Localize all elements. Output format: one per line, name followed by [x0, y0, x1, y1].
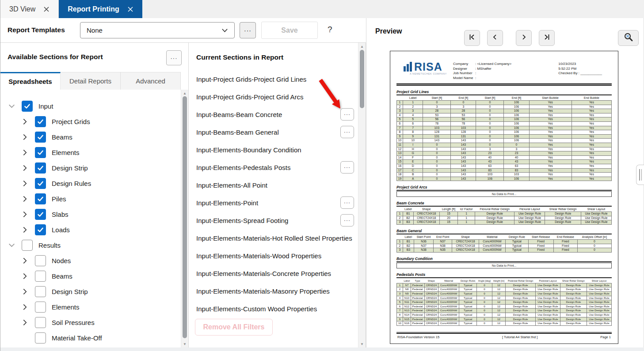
window-tab-report-printing[interactable]: Report Printing [59, 0, 142, 18]
section-row[interactable]: Input-Elements-Materials-Wood Properties [189, 247, 358, 264]
ellipsis-icon: ··· [171, 55, 178, 61]
section-row[interactable]: Input-Elements-Point··· [189, 194, 358, 211]
tree-item-label: Beams [52, 272, 72, 280]
table-cell: 40 [504, 155, 529, 160]
tab-spreadsheets[interactable]: Spreadsheets [0, 72, 61, 90]
section-row[interactable]: Input-Project Grids-Project Grid Lines [189, 70, 358, 88]
section-menu-button[interactable]: ··· [340, 161, 354, 174]
collapse-chevron-icon[interactable] [8, 242, 15, 249]
section-row[interactable]: Input-Elements-Materials-Masonry Propert… [189, 282, 358, 300]
scrollbar-thumb[interactable] [360, 50, 364, 108]
scroll-up-icon[interactable]: ▲ [181, 90, 188, 96]
expand-chevron-icon[interactable] [21, 165, 29, 172]
table-cell: 2 [397, 244, 403, 248]
checked-checkbox[interactable] [35, 178, 46, 189]
table-cell: 0 [476, 105, 504, 109]
expand-chevron-icon[interactable] [21, 273, 29, 280]
expand-chevron-icon[interactable] [21, 226, 29, 234]
unchecked-checkbox[interactable] [35, 271, 46, 282]
expand-chevron-icon[interactable] [21, 118, 29, 125]
section-row[interactable]: Input-Elements-Boundary Condition [189, 141, 358, 159]
template-menu-button[interactable]: ··· [240, 22, 256, 38]
section-row[interactable]: Input-Elements-All Point [189, 176, 358, 194]
table-row: 2B2CRECT24X18201Design RuleUse Design Ru… [397, 216, 612, 220]
tab-advanced[interactable]: Advanced [121, 72, 181, 90]
available-sections-menu-button[interactable]: ··· [166, 50, 182, 65]
table-row: 3328280106YesYes [397, 109, 612, 113]
unchecked-checkbox[interactable] [35, 332, 46, 343]
expand-chevron-icon[interactable] [21, 257, 29, 264]
scrollbar-thumb[interactable] [183, 96, 187, 338]
close-icon[interactable] [127, 6, 133, 12]
checked-checkbox[interactable] [35, 224, 46, 235]
scroll-up-icon[interactable]: ▲ [358, 43, 366, 49]
report-template-dropdown[interactable]: None [80, 22, 235, 38]
expand-chevron-icon[interactable] [21, 196, 29, 203]
section-menu-button[interactable]: ··· [340, 126, 354, 138]
report-data-table: LabelStart PointEnd PointShapeMaterialDe… [396, 235, 612, 253]
close-icon[interactable] [43, 6, 50, 12]
nav-first-page-button[interactable] [464, 30, 480, 46]
checked-checkbox[interactable] [35, 147, 46, 158]
table-cell: 12 [492, 292, 506, 296]
expand-chevron-icon[interactable] [21, 180, 29, 187]
expand-chevron-icon[interactable] [21, 211, 29, 218]
section-label: Input-Elements-Point [196, 199, 340, 207]
unchecked-checkbox[interactable] [35, 302, 46, 313]
section-menu-button[interactable]: ··· [340, 108, 354, 121]
checked-checkbox[interactable] [35, 193, 46, 204]
section-row[interactable]: Input-Elements-Pedestals Posts··· [189, 159, 358, 176]
section-row[interactable]: Input-Project Grids-Project Grid Arcs [189, 88, 358, 106]
unchecked-checkbox[interactable] [22, 240, 33, 251]
checked-checkbox[interactable] [35, 162, 46, 174]
remove-all-filters-button[interactable]: Remove All Filters [195, 319, 273, 336]
table-cell: 13 [397, 151, 403, 156]
section-row[interactable]: Input-Beams-Beam General··· [189, 123, 358, 141]
tree-scrollbar[interactable]: ▲▼ [181, 90, 188, 347]
table-cell: 0 [477, 321, 492, 326]
checked-checkbox[interactable] [35, 209, 46, 220]
scroll-down-icon[interactable]: ▼ [358, 341, 366, 347]
save-button[interactable]: Save [261, 22, 318, 39]
panel-splitter-handle[interactable] [636, 165, 644, 185]
dropdown-selected-value: None [87, 26, 103, 34]
sections-scrollbar[interactable]: ▲▼ [358, 43, 366, 347]
unchecked-checkbox[interactable] [35, 286, 46, 297]
checked-checkbox[interactable] [35, 132, 46, 143]
section-row[interactable]: Input-Elements-Spread Footing··· [189, 211, 358, 229]
expand-chevron-icon[interactable] [21, 149, 29, 156]
collapse-chevron-icon[interactable] [8, 103, 15, 110]
scroll-down-icon[interactable]: ▼ [181, 341, 188, 347]
zoom-button[interactable] [618, 30, 639, 46]
section-row[interactable]: Input-Beams-Beam Concrete··· [189, 106, 358, 123]
tab-detail-reports[interactable]: Detail Reports [61, 72, 121, 90]
nav-previous-page-button[interactable] [487, 30, 503, 46]
table-cell: 63 [476, 164, 504, 168]
expand-chevron-icon[interactable] [21, 304, 29, 311]
table-cell: Fixed [553, 244, 577, 248]
table-cell: 17 [397, 168, 403, 173]
help-button[interactable]: ? [328, 25, 332, 34]
checked-checkbox[interactable] [35, 116, 46, 127]
section-menu-button[interactable]: ··· [340, 196, 354, 209]
table-cell: Yes [529, 147, 572, 151]
checked-checkbox[interactable] [22, 101, 33, 112]
nav-last-page-button[interactable] [539, 30, 555, 46]
window-tab-3d-view[interactable]: 3D View [0, 0, 59, 18]
expand-chevron-icon[interactable] [21, 134, 29, 141]
table-cell: Pedestal [411, 317, 424, 321]
table-cell: Yes [529, 155, 572, 160]
nav-next-page-button[interactable] [516, 30, 532, 46]
section-row[interactable]: Input-Elements-Custom Wood Properties [189, 300, 358, 317]
unchecked-checkbox[interactable] [35, 317, 46, 328]
table-cell: CRECT24X18 [452, 248, 479, 253]
section-menu-button[interactable]: ··· [340, 214, 354, 226]
expand-chevron-icon[interactable] [21, 319, 29, 326]
section-row[interactable]: Input-Elements-Materials-Hot Rolled Stee… [189, 229, 358, 247]
sections-tree: InputProject GridsBeamsElementsDesign St… [0, 90, 181, 347]
table-cell: Yes [529, 130, 572, 135]
table-row: 3N9PedestalCRND24Conc4000NWTypical012Des… [397, 292, 612, 296]
section-row[interactable]: Input-Elements-Materials-Concrete Proper… [189, 264, 358, 282]
unchecked-checkbox[interactable] [35, 255, 46, 266]
expand-chevron-icon[interactable] [21, 288, 29, 295]
